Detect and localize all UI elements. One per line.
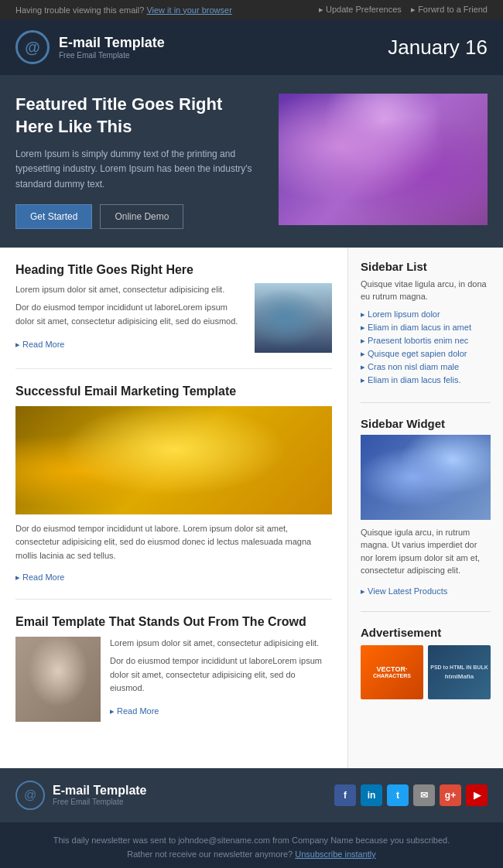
article-3-image [15,637,101,722]
header-date: January 16 [388,36,488,60]
article-2-read-more[interactable]: Read More [15,572,64,583]
footer-line2: Rather not receive our newsletter anymor… [15,847,488,862]
main-content: Heading Title Goes Right Here Lorem ipsu… [0,248,503,768]
sidebar-widget-image-inner [361,435,491,520]
sidebar-widget-body: Quisque igula arcu, in rutrum magna. Ut … [361,526,491,577]
article-1-title: Heading Title Goes Right Here [15,263,332,277]
list-item-link[interactable]: Eliam in diam lacus in amet [368,323,471,332]
article-3-para1: Lorem ipsum dolor sit amet, consectetur … [110,637,332,651]
sidebar-widget-section: Sidebar Widget Quisque igula arcu, in ru… [361,417,491,612]
googleplus-icon[interactable]: g+ [440,784,461,806]
article-1-para2: Dor do eiusmod tempor incididunt ut labo… [15,301,245,328]
sidebar-list-section: Sidebar List Quisque vitae ligula arcu, … [361,260,491,403]
article-1-row: Lorem ipsum dolor sit amet, consectetur … [15,283,332,353]
footer-logo-title: E-mail Template [53,784,147,798]
footer-logo-text: E-mail Template Free Email Template [53,784,147,806]
facebook-icon[interactable]: f [334,784,356,806]
article-1-image [255,283,332,353]
footer-brand: @ E-mail Template Free Email Template f … [0,768,503,822]
sidebar-list-title: Sidebar List [361,260,491,273]
ad-box-1[interactable]: VECTOR· CHARACTERS [361,645,423,699]
article-3-read-more[interactable]: Read More [110,705,159,719]
article-2-image-inner [15,406,332,514]
online-demo-button[interactable]: Online Demo [100,204,183,229]
article-3-para2: Dor do eiusmod tempor incididunt ut labo… [110,654,332,695]
article-2-title: Successful Email Marketing Template [15,384,332,398]
hero-image-inner [279,94,488,225]
footer-logo: @ E-mail Template Free Email Template [15,781,147,810]
article-1-image-inner [255,283,332,353]
list-item-link[interactable]: Quisque eget sapien dolor [368,349,467,358]
list-item-link[interactable]: Cras non nisl diam male [368,362,459,371]
list-item: Cras non nisl diam male [361,362,491,372]
logo-subtitle: Free Email Template [59,51,165,60]
ad-2-line2: htmlMafia [445,673,474,680]
logo-area: E-mail Template Free Email Template [15,30,165,64]
article-3: Email Template That Stands Out From The … [15,615,332,737]
advertisement-section: Advertisement VECTOR· CHARACTERS PSD to … [361,626,491,713]
forward-friend-link[interactable]: Forwrd to a Friend [411,5,488,14]
view-browser-link[interactable]: View it in your browser [146,5,231,15]
youtube-icon[interactable]: ▶ [466,784,488,806]
sidebar-widget-image [361,435,491,520]
article-1: Heading Title Goes Right Here Lorem ipsu… [15,263,332,369]
trouble-text: Having trouble viewing this email? [15,5,144,15]
hero-buttons: Get Started Online Demo [15,204,263,229]
footer-logo-sub: Free Email Template [53,798,147,806]
article-2: Successful Email Marketing Template Dor … [15,384,332,600]
list-item-link[interactable]: Lorem lipsum dolor [368,309,440,319]
hero-image [279,94,488,225]
footer-bottom: This daily newsletter was sent to johndo… [0,822,503,868]
sidebar-list-intro: Quisque vitae ligula arcu, in dona eu ru… [361,278,491,303]
article-2-image [15,406,332,514]
header: E-mail Template Free Email Template Janu… [0,19,503,75]
ad-1-line1: VECTOR· [377,665,408,673]
update-prefs-link[interactable]: Update Preferences [319,5,402,14]
ad-box-2[interactable]: PSD to HTML IN BULK htmlMafia [428,645,491,699]
get-started-button[interactable]: Get Started [15,204,92,229]
article-2-body: Dor do eiusmod tempor incididunt ut labo… [15,522,332,563]
top-bar-left: Having trouble viewing this email? View … [15,5,232,15]
logo-icon [15,30,50,64]
article-1-text: Lorem ipsum dolor sit amet, consectetur … [15,283,245,353]
list-item: Quisque eget sapien dolor [361,349,491,359]
list-item-link[interactable]: Praesent lobortis enim nec [368,336,468,345]
social-icons: f in t ✉ g+ ▶ [334,784,488,806]
ad-1-line2: CHARACTERS [373,673,411,678]
ad-row: VECTOR· CHARACTERS PSD to HTML IN BULK h… [361,645,491,699]
footer-line1: This daily newsletter was sent to johndo… [15,833,488,848]
twitter-icon[interactable]: t [387,784,409,806]
content-right: Sidebar List Quisque vitae ligula arcu, … [348,248,503,768]
view-latest-products-link[interactable]: View Latest Products [361,586,447,596]
footer-line2-text: Rather not receive our newsletter anymor… [127,849,293,859]
sidebar-list: Lorem lipsum dolor Eliam in diam lacus i… [361,309,491,385]
article-3-row: Lorem ipsum dolor sit amet, consectetur … [15,637,332,722]
ad-title: Advertisement [361,626,491,639]
article-3-image-inner [15,637,101,722]
content-left: Heading Title Goes Right Here Lorem ipsu… [0,248,348,768]
logo-text: E-mail Template Free Email Template [59,35,165,60]
list-item: Eliam in diam lacus in amet [361,323,491,333]
hero-content: Featured Title Goes Right Here Like This… [15,94,263,229]
linkedin-icon[interactable]: in [361,784,382,806]
email-icon[interactable]: ✉ [413,784,435,806]
top-bar: Having trouble viewing this email? View … [0,0,503,19]
sidebar-widget-title: Sidebar Widget [361,417,491,430]
article-1-para1: Lorem ipsum dolor sit amet, consectetur … [15,283,245,297]
hero-body: Lorem Ipsum is simply dummy text of the … [15,147,263,192]
top-bar-right: Update Preferences Forwrd to a Friend [319,5,488,15]
article-3-text: Lorem ipsum dolor sit amet, consectetur … [110,637,332,722]
hero-section: Featured Title Goes Right Here Like This… [0,75,503,248]
list-item-link[interactable]: Eliam in diam lacus felis. [368,375,460,384]
article-1-read-more[interactable]: Read More [15,338,64,352]
article-3-title: Email Template That Stands Out From The … [15,615,332,629]
unsubscribe-link[interactable]: Unsubscribe instantly [295,849,376,859]
ad-2-line1: PSD to HTML IN BULK [430,665,488,670]
list-item: Lorem lipsum dolor [361,309,491,320]
logo-title: E-mail Template [59,35,165,51]
list-item: Praesent lobortis enim nec [361,336,491,346]
footer-logo-icon: @ [15,781,45,810]
list-item: Eliam in diam lacus felis. [361,375,491,385]
hero-title: Featured Title Goes Right Here Like This [15,94,263,138]
